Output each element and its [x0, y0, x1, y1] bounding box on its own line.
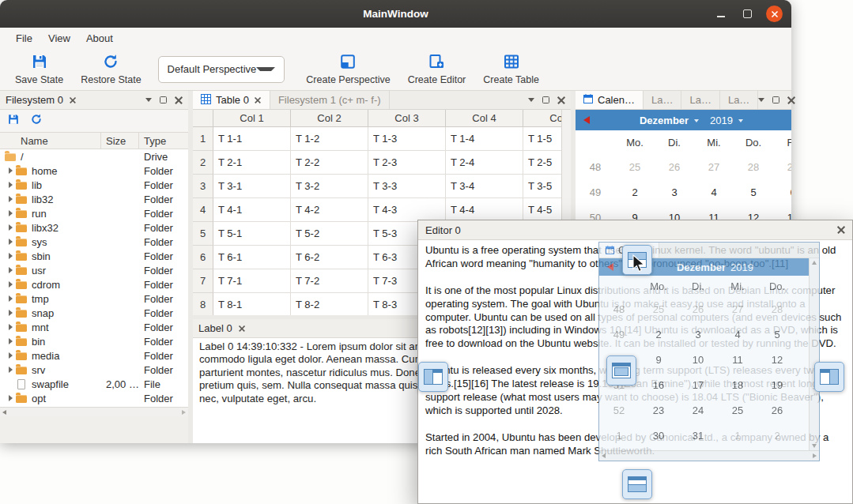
table-cell[interactable]: T 3-1	[213, 175, 291, 198]
table-cell[interactable]: T 1-3	[368, 127, 446, 151]
save-state-button[interactable]: Save State	[6, 51, 72, 88]
column-header[interactable]: Col 4	[446, 110, 523, 126]
create-table-button[interactable]: Create Table	[474, 51, 548, 88]
calendar-day[interactable]: 28	[734, 154, 773, 179]
table-cell[interactable]: T 1-2	[291, 127, 368, 151]
row-header[interactable]: 1	[193, 127, 213, 151]
restore-state-button[interactable]: Restore State	[72, 51, 149, 88]
tree-row[interactable]: mediaFolder	[0, 348, 188, 363]
filesystem-dock-titlebar[interactable]: Filesystem 0	[0, 91, 188, 110]
table-cell[interactable]: T 3-4	[446, 175, 523, 198]
close-dock-icon[interactable]	[557, 96, 565, 104]
tab-table-0[interactable]: Table 0	[193, 91, 270, 109]
expander-icon[interactable]	[5, 253, 16, 259]
tree-row[interactable]: usrFolder	[0, 263, 188, 277]
tree-row[interactable]: snapFolder	[0, 306, 188, 320]
table-cell[interactable]: T 2-1	[213, 151, 291, 175]
minimize-button[interactable]	[712, 6, 729, 22]
tree-row[interactable]: runFolder	[0, 206, 188, 220]
tree-row[interactable]: binFolder	[0, 334, 188, 348]
perspective-select[interactable]: Default Perspective	[158, 56, 285, 83]
expander-icon[interactable]	[5, 352, 16, 359]
maximize-button[interactable]	[739, 6, 756, 22]
tree-row[interactable]: libFolder	[0, 178, 188, 192]
dock-indicator-left[interactable]	[418, 362, 448, 392]
float-dock-icon[interactable]	[772, 96, 779, 103]
horizontal-scrollbar[interactable]	[0, 407, 188, 416]
table-cell[interactable]: T 3-2	[291, 175, 368, 198]
tab-close-icon[interactable]	[70, 97, 76, 103]
table-cell[interactable]: T 3-3	[368, 175, 446, 198]
calendar-day[interactable]: 25	[615, 154, 655, 179]
editor-titlebar[interactable]: Editor 0	[418, 220, 852, 240]
expander-icon[interactable]	[5, 324, 16, 330]
close-button[interactable]	[766, 6, 783, 22]
dock-indicator-center[interactable]	[606, 355, 636, 386]
create-perspective-button[interactable]: Create Perspective	[297, 51, 398, 88]
calendar-day[interactable]: 5	[734, 179, 773, 205]
calendar-day[interactable]: 4	[694, 179, 734, 205]
expander-icon[interactable]	[5, 210, 16, 216]
dock-indicator-top[interactable]	[622, 245, 652, 275]
table-cell[interactable]: T 3-5	[523, 175, 561, 198]
expander-icon[interactable]	[5, 224, 16, 231]
calendar-day[interactable]: 6	[773, 179, 791, 205]
fs-column-header[interactable]: Size	[101, 133, 139, 149]
row-header[interactable]: 2	[193, 151, 213, 175]
table-cell[interactable]: T 8-2	[291, 293, 368, 315]
save-icon[interactable]	[7, 113, 20, 129]
fs-column-header[interactable]: Type	[139, 133, 188, 149]
column-header[interactable]: Col 5	[523, 110, 561, 126]
table-cell[interactable]: T 1-4	[446, 127, 523, 151]
table-cell[interactable]: T 6-2	[291, 246, 368, 269]
float-dock-icon[interactable]	[160, 96, 167, 103]
expander-icon[interactable]	[5, 182, 16, 188]
table-cell[interactable]: T 2-5	[523, 151, 561, 175]
calendar-year[interactable]: 2019	[710, 115, 733, 126]
dock-menu-icon[interactable]	[145, 98, 152, 102]
row-header[interactable]: 6	[193, 246, 213, 269]
tab-close-icon[interactable]	[239, 325, 245, 332]
fs-column-header[interactable]: Name	[0, 133, 101, 149]
dock-indicator-right[interactable]	[814, 362, 844, 392]
tree-row[interactable]: homeFolder	[0, 164, 188, 178]
table-cell[interactable]: T 4-4	[446, 198, 523, 222]
expander-icon[interactable]	[5, 367, 16, 373]
table-cell[interactable]: T 8-1	[213, 293, 291, 315]
table-cell[interactable]: T 7-2	[291, 269, 368, 293]
tab-calendar-0[interactable]: Calen…	[576, 91, 644, 109]
calendar-month[interactable]: Dezember	[640, 115, 689, 126]
dock-menu-icon[interactable]	[758, 98, 764, 102]
table-cell[interactable]: T 2-4	[446, 151, 523, 175]
calendar-day[interactable]: 2	[615, 179, 655, 205]
dock-indicator-bottom[interactable]	[622, 469, 652, 499]
table-cell[interactable]: T 5-2	[291, 222, 368, 246]
expander-icon[interactable]	[5, 310, 16, 316]
calendar-day[interactable]: 29	[773, 154, 791, 179]
table-cell[interactable]: T 4-5	[523, 198, 561, 222]
tree-row[interactable]: sbinFolder	[0, 249, 188, 263]
column-header[interactable]: Col 3	[368, 110, 446, 126]
tab-filesystem-1-c-m-f-[interactable]: Filesystem 1 (c+ m- f-)	[270, 91, 390, 109]
expander-icon[interactable]	[5, 239, 16, 245]
table-cell[interactable]: T 4-1	[213, 198, 291, 222]
menu-item-view[interactable]: View	[40, 28, 78, 48]
tree-row[interactable]: swapfile2,00 …File	[0, 377, 188, 391]
expander-icon[interactable]	[5, 395, 16, 401]
tree-row[interactable]: optFolder	[0, 391, 188, 405]
table-cell[interactable]: T 4-3	[368, 198, 446, 222]
column-header[interactable]: Col 2	[291, 110, 368, 126]
titlebar[interactable]: MainWindow	[0, 0, 791, 28]
tree-row[interactable]: libx32Folder	[0, 220, 188, 235]
table-cell[interactable]: T 7-1	[213, 269, 291, 293]
table-cell[interactable]: T 1-1	[213, 127, 291, 151]
restore-icon[interactable]	[30, 113, 43, 129]
close-window-icon[interactable]	[837, 226, 845, 234]
table-cell[interactable]: T 2-3	[368, 151, 446, 175]
calendar-day[interactable]: 3	[655, 179, 694, 205]
row-header[interactable]: 4	[193, 198, 213, 222]
calendar-day[interactable]: 26	[655, 154, 694, 179]
table-cell[interactable]: T 1-5	[523, 127, 561, 151]
row-header[interactable]: 8	[193, 293, 213, 315]
tab-label-3[interactable]: La…	[720, 91, 758, 109]
